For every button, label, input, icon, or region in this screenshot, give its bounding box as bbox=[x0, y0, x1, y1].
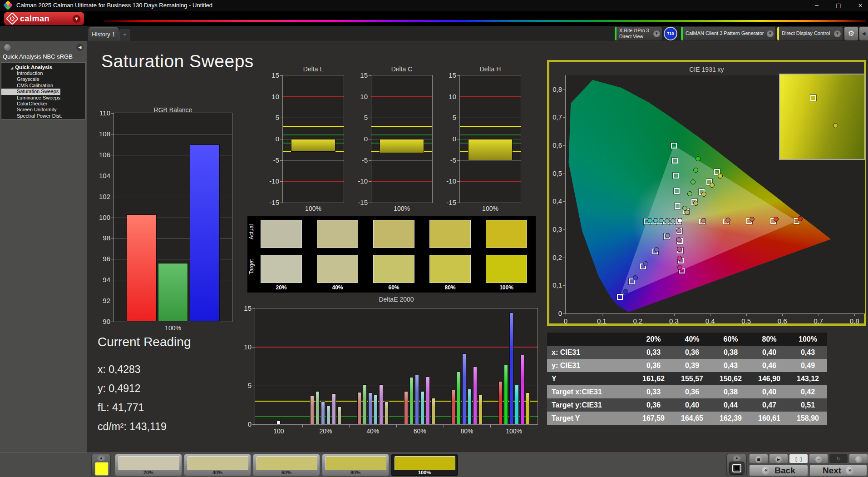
limit-line bbox=[255, 347, 538, 348]
add-tab-button[interactable]: + bbox=[119, 30, 130, 40]
table-cell: 164,65 bbox=[673, 412, 711, 425]
cie-1931-panel[interactable]: CIE 1931 xy 00,10,20,30,40,50,60,70,800,… bbox=[547, 60, 866, 326]
deltae-bar bbox=[420, 391, 424, 424]
calman-dropdown-icon[interactable]: ▼ bbox=[73, 15, 80, 23]
tree-expand-icon[interactable]: ◢ bbox=[10, 66, 13, 70]
tree-root[interactable]: ◢Quick Analysis bbox=[1, 64, 85, 70]
pattern-label: 40% bbox=[184, 470, 251, 475]
delta-c-title: Delta C bbox=[371, 65, 433, 73]
sidebar-item-cms-calibration[interactable]: CMS Calibration bbox=[1, 83, 85, 89]
active-pattern-swatch[interactable] bbox=[95, 462, 108, 476]
actual-swatch-60% bbox=[373, 220, 414, 248]
rgb-bar-blue bbox=[190, 144, 220, 322]
sidebar-collapse-icon[interactable]: ◀ bbox=[76, 44, 84, 51]
deltae-bar bbox=[468, 389, 472, 424]
deltae-bar bbox=[431, 398, 435, 424]
delta-c-xlabel: 100% bbox=[371, 205, 433, 212]
pattern-button-60%[interactable]: 60% bbox=[253, 454, 320, 476]
pattern-button-20%[interactable]: 20% bbox=[115, 454, 182, 476]
cie-target-marker bbox=[672, 158, 678, 164]
cie-measured-marker bbox=[725, 218, 730, 223]
back-button[interactable]: « Back bbox=[749, 465, 808, 476]
cie-measured-marker bbox=[677, 247, 682, 252]
deltae-bar bbox=[276, 421, 281, 425]
table-cell: 0,36 bbox=[634, 359, 673, 372]
delta-bar bbox=[468, 139, 513, 160]
rgb-bar-green bbox=[158, 263, 188, 322]
sidebar-item-colorchecker[interactable]: ColorChecker bbox=[1, 101, 85, 107]
sidebar-item-spectral-power-dist-[interactable]: Spectral Power Dist. bbox=[1, 113, 85, 119]
chevron-down-icon[interactable]: ▼ bbox=[834, 30, 841, 37]
tab-history-1[interactable]: History 1 bbox=[89, 27, 118, 41]
sidebar-item-screen-uniformity[interactable]: Screen Uniformity bbox=[1, 107, 85, 113]
sidebar-item-grayscale[interactable]: Grayscale bbox=[1, 76, 85, 82]
maximize-button[interactable]: □ bbox=[831, 0, 846, 11]
loop-button[interactable]: ∞ bbox=[809, 454, 828, 463]
meter-mode-badge[interactable]: 710 bbox=[664, 27, 677, 40]
pattern-button-100%[interactable]: 100% bbox=[391, 454, 458, 476]
deltae-bar bbox=[478, 395, 483, 424]
inset-target-marker bbox=[810, 95, 816, 101]
cie-measured-marker bbox=[798, 216, 803, 221]
cie-measured-marker bbox=[671, 219, 676, 224]
next-button[interactable]: Next » bbox=[809, 465, 867, 476]
panel-collapse-button[interactable]: ◀ bbox=[859, 27, 868, 40]
refresh-button[interactable]: ↻ bbox=[829, 454, 848, 463]
stop-button[interactable]: ■ bbox=[749, 454, 768, 463]
minimize-button[interactable]: − bbox=[809, 0, 824, 11]
pattern-window-toggle-button[interactable] bbox=[729, 462, 745, 475]
pattern-button-80%[interactable]: 80% bbox=[322, 454, 389, 476]
pattern-button-40%[interactable]: 40% bbox=[184, 454, 251, 476]
calman-app: Calman 2025 Calman Ultimate for Business… bbox=[0, 0, 868, 477]
current-reading-line: fL: 41,771 bbox=[98, 402, 144, 414]
table-cell: 0,43 bbox=[789, 346, 827, 359]
table-cell: 0,49 bbox=[789, 359, 827, 372]
source-selector[interactable]: CalMAN Client 3 Pattern Generator ▼ bbox=[681, 27, 775, 40]
table-cell: 0,39 bbox=[673, 359, 711, 372]
limit-line bbox=[283, 126, 344, 127]
chevron-up-icon[interactable]: ▲ bbox=[733, 455, 741, 461]
table-row-label: Target x:CIE31 bbox=[547, 385, 634, 398]
sidebar-item-saturation-sweeps[interactable]: Saturation Sweeps bbox=[1, 89, 60, 94]
chevron-up-icon[interactable]: ▲ bbox=[97, 455, 105, 461]
deltae-bar bbox=[374, 395, 378, 424]
table-row-label: Y bbox=[547, 372, 634, 385]
delta-h-chart: -15-10-5051015 bbox=[459, 75, 521, 203]
delta-bar bbox=[380, 139, 424, 153]
chevron-down-icon[interactable]: ▼ bbox=[767, 30, 774, 37]
cie-measured-marker bbox=[665, 219, 670, 224]
rgb-bar-red bbox=[127, 214, 157, 322]
cie-1931-title: CIE 1931 xy bbox=[549, 66, 864, 73]
extra-transport-button[interactable] bbox=[849, 454, 868, 463]
deltae-bar bbox=[310, 396, 314, 424]
deltae-bar bbox=[457, 372, 461, 424]
pattern-mini-panel[interactable]: ▲ bbox=[91, 454, 111, 476]
table-row-label: x: CIE31 bbox=[547, 346, 634, 359]
deltae-bar bbox=[415, 375, 419, 424]
table-cell: 0,44 bbox=[711, 398, 750, 412]
cie-measured-marker bbox=[718, 174, 723, 179]
pattern-label: 100% bbox=[391, 470, 458, 475]
deltae-group-label: 40% bbox=[355, 427, 391, 435]
meter-selector[interactable]: X-Rite i1Pro 3 Direct View ▼ bbox=[615, 27, 662, 40]
target-swatch-40% bbox=[317, 255, 358, 283]
play-button[interactable]: ▶ bbox=[769, 454, 788, 463]
close-button[interactable]: × bbox=[853, 0, 868, 11]
delta-h-xlabel: 100% bbox=[459, 205, 521, 212]
cie-measured-marker bbox=[647, 218, 652, 223]
sidebar-item-introduction[interactable]: Introduction bbox=[1, 70, 85, 76]
table-row-label: Target y:CIE31 bbox=[547, 398, 634, 412]
calman-logo-text: calman bbox=[20, 14, 49, 24]
deltae-bar bbox=[509, 313, 513, 425]
calman-menu-button[interactable]: calman ▼ bbox=[4, 12, 84, 25]
chevron-down-icon[interactable]: ▼ bbox=[653, 30, 660, 37]
display-control-selector[interactable]: Direct Display Control ▼ bbox=[777, 27, 843, 40]
pattern-window-mini-panel[interactable]: ▲ bbox=[726, 454, 747, 476]
table-header-row: 20%40%60%80%100% bbox=[547, 333, 827, 346]
pattern-window-button[interactable]: [··] bbox=[789, 454, 808, 463]
settings-gear-button[interactable]: ⚙ bbox=[844, 27, 858, 40]
sidebar-item-luminance-sweeps[interactable]: Luminance Sweeps bbox=[1, 95, 85, 101]
back-arrow-icon: « bbox=[762, 467, 770, 475]
deltae-group-label: 100 bbox=[261, 427, 297, 435]
workflow-status-dot[interactable] bbox=[4, 44, 11, 51]
